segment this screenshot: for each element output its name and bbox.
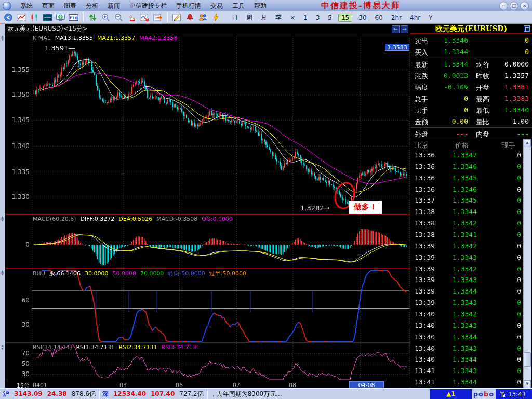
menu-bar: 系统页面图表分析新闻中信建投专栏手机行情交易工具帮助 bbox=[16, 2, 271, 10]
bhu-tick-label: 30 bbox=[7, 321, 30, 328]
menu-item-交易[interactable]: 交易 bbox=[210, 2, 223, 9]
tick-table-header: 北京 价格 现手 bbox=[410, 139, 532, 150]
alert-badge[interactable]: ▲1 bbox=[430, 389, 472, 399]
chart-region[interactable]: 欧元美元(EURUSD)<15分> ⇐⇒ K MA1MA13:1.3355MA2… bbox=[6, 24, 410, 389]
scroll-thumb[interactable] bbox=[524, 352, 531, 367]
tick-row: 13:401.33430 bbox=[410, 343, 523, 355]
field-value: 0 bbox=[427, 95, 468, 102]
field-value: 1.3346 bbox=[427, 36, 468, 44]
goto-list-icon[interactable] bbox=[152, 13, 164, 22]
f10-icon[interactable]: F10 bbox=[68, 13, 79, 22]
period-30[interactable]: 30 bbox=[358, 14, 366, 21]
period-1[interactable]: 1 bbox=[303, 14, 308, 21]
pane-splitter-gutter[interactable]: ▲▼▲▼▲▼▲▼ bbox=[0, 24, 5, 389]
macd-legend: MACD(60,20,6)DIFF:0.3272DEA:0.5026MACD:-… bbox=[33, 216, 237, 222]
kline-icon[interactable] bbox=[29, 13, 41, 22]
menu-item-系统[interactable]: 系统 bbox=[20, 2, 33, 9]
tick-time: 13:41 bbox=[415, 378, 435, 386]
tick-volume: 0 bbox=[490, 151, 521, 159]
col-price: 价格 bbox=[455, 141, 469, 150]
field-value: -0.0013 bbox=[427, 72, 468, 79]
period-日[interactable]: 日 bbox=[232, 13, 238, 22]
legend-item: 转向:50.0000 bbox=[168, 270, 205, 277]
tick-time: 13:38 bbox=[415, 208, 435, 216]
sh-volume: 878.6亿 bbox=[72, 390, 96, 398]
annotation-go-long: 做多！ bbox=[349, 201, 382, 214]
page-right-button[interactable]: ⇒ bbox=[401, 25, 408, 33]
legend-item: DEA:0.5026 bbox=[118, 216, 152, 222]
splitter-arrows-icon[interactable]: ▲▼ bbox=[0, 35, 5, 41]
period-15[interactable]: 15 bbox=[338, 14, 352, 22]
flash-icon[interactable] bbox=[210, 13, 222, 22]
legend-item: 50.0000 bbox=[113, 270, 137, 277]
quote-list-icon[interactable] bbox=[42, 13, 54, 22]
app-logo-icon bbox=[3, 2, 11, 10]
tick-volume: 0 bbox=[490, 276, 521, 284]
tick-price: 1.3341 bbox=[435, 231, 477, 238]
field-label: 最低 bbox=[476, 106, 489, 115]
refresh-icon[interactable] bbox=[87, 13, 99, 22]
field-label: 昨收 bbox=[476, 72, 489, 81]
period-周[interactable]: 周 bbox=[246, 13, 252, 22]
toolbar-icons: F10 bbox=[2, 13, 222, 22]
tick-time: 13:40 bbox=[415, 355, 435, 363]
period-×[interactable]: × bbox=[290, 14, 295, 21]
period-3[interactable]: 3 bbox=[316, 14, 320, 21]
tick-volume: 0 bbox=[490, 322, 521, 329]
hand-icon[interactable] bbox=[126, 13, 138, 22]
alarm-icon[interactable] bbox=[184, 13, 196, 22]
menu-item-帮助[interactable]: 帮助 bbox=[254, 2, 267, 9]
menu-item-中信建投专栏[interactable]: 中信建投专栏 bbox=[129, 2, 167, 9]
menu-item-手机行情[interactable]: 手机行情 bbox=[176, 2, 201, 9]
draw-icon[interactable] bbox=[171, 13, 183, 22]
sell-row: 卖出1.33460 bbox=[410, 35, 532, 46]
page-left-button[interactable]: ⇐ bbox=[392, 25, 400, 33]
period-月[interactable]: 月 bbox=[261, 13, 267, 22]
chart-line-icon[interactable] bbox=[16, 13, 28, 22]
period-Y[interactable]: Y bbox=[429, 14, 432, 21]
tick-volume: 0 bbox=[490, 231, 521, 238]
menu-item-页面[interactable]: 页面 bbox=[42, 2, 55, 9]
splitter-arrows-icon[interactable]: ▲▼ bbox=[0, 270, 5, 276]
kline-legend: K MA1MA13:1.3355MA21:1.3357MA42:1.3358 bbox=[33, 35, 181, 42]
macd-zero-label: 0 bbox=[7, 241, 30, 248]
menu-item-新闻[interactable]: 新闻 bbox=[108, 2, 120, 9]
scroll-up-arrow[interactable]: ▲ bbox=[524, 139, 531, 147]
info-browser-icon[interactable] bbox=[55, 13, 66, 22]
rsi-legend: RSI(14,14,14)RSI1:34.7131RSI2:34.7131RSI… bbox=[33, 344, 204, 351]
cursor-datetime-tag: 04-08 23:30 bbox=[349, 381, 384, 388]
period-季[interactable]: 季 bbox=[275, 13, 282, 22]
panel-window-icon[interactable] bbox=[524, 25, 530, 32]
splitter-arrows-icon[interactable]: ▲▼ bbox=[0, 344, 5, 350]
period-5[interactable]: 5 bbox=[328, 14, 332, 21]
users-icon[interactable] bbox=[197, 13, 209, 22]
quote-panel: 欧元美元(EURUSD) 卖出1.33460买入1.33440最新1.3344均… bbox=[410, 24, 532, 389]
zoom-in-icon[interactable] bbox=[100, 13, 112, 22]
period-60[interactable]: 60 bbox=[375, 14, 383, 21]
scroll-down-arrow[interactable]: ▼ bbox=[524, 380, 531, 388]
maximize-button[interactable]: □ bbox=[510, 2, 518, 10]
minimize-button[interactable]: − bbox=[499, 2, 508, 10]
quote-panel-title: 欧元美元(EURUSD) bbox=[410, 24, 532, 34]
menu-item-图表[interactable]: 图表 bbox=[64, 2, 76, 9]
rsi-tick-label: 50 bbox=[7, 360, 30, 367]
period-4hr[interactable]: 4hr bbox=[410, 14, 420, 21]
menu-item-工具[interactable]: 工具 bbox=[232, 2, 245, 9]
quote-field-row: 幅度-0.10%开盘1.3361 bbox=[410, 82, 532, 93]
legend-item: MA13:1.3355 bbox=[55, 35, 93, 42]
legend-item: 过半:50.0000 bbox=[209, 270, 246, 277]
tick-time: 13:40 bbox=[415, 322, 435, 329]
price-tick-label: 1.330 bbox=[7, 193, 30, 201]
splitter-arrows-icon[interactable]: ▲▼ bbox=[0, 216, 5, 222]
tick-price: 1.3345 bbox=[435, 196, 477, 204]
menu-item-分析[interactable]: 分析 bbox=[86, 2, 98, 9]
signal-icon bbox=[499, 391, 506, 397]
zoom-out-icon[interactable] bbox=[113, 13, 125, 22]
back-icon[interactable] bbox=[3, 13, 15, 22]
tick-table-scrollbar[interactable]: ▲ ▼ bbox=[523, 139, 531, 389]
export-chart-icon[interactable] bbox=[139, 13, 151, 22]
tick-row: 13:371.33450 bbox=[410, 195, 523, 207]
tick-time: 13:38 bbox=[415, 231, 435, 238]
close-button[interactable]: × bbox=[520, 2, 529, 10]
period-2hr[interactable]: 2hr bbox=[391, 14, 402, 21]
